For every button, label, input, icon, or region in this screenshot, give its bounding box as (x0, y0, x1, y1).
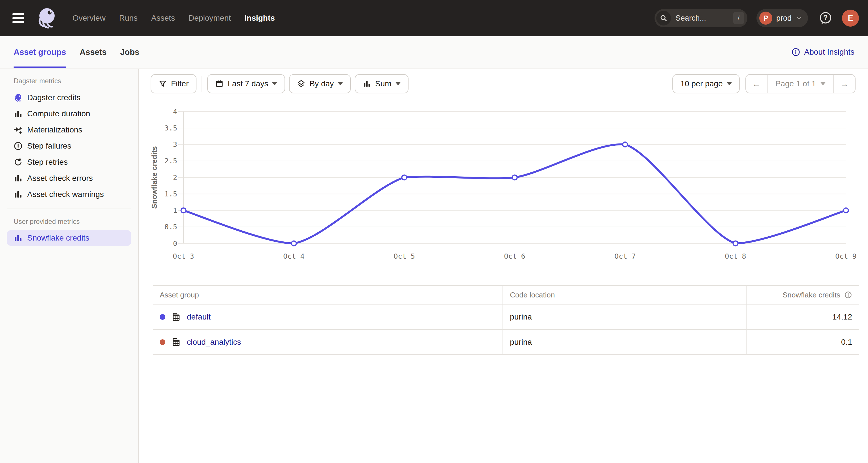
code-location-cell: purina (503, 304, 747, 329)
per-page-dropdown[interactable]: 10 per page (672, 74, 740, 93)
asset-group-cell: cloud_analytics (153, 330, 503, 354)
main-content: Filter Last 7 days By day (139, 69, 868, 463)
svg-text:4: 4 (173, 107, 177, 116)
table-row-default: defaultpurina14.12 (153, 304, 859, 330)
sidebar-item-label: Step failures (27, 141, 71, 151)
svg-text:2: 2 (173, 173, 177, 182)
menu-button[interactable] (12, 12, 26, 24)
sidebar-item-label: Asset check warnings (27, 190, 104, 199)
tab-jobs[interactable]: Jobs (120, 36, 139, 68)
pagination: ← Page 1 of 1 → (745, 74, 856, 93)
arrow-right-icon: → (840, 79, 849, 89)
alert-circle-icon (13, 141, 23, 151)
sidebar-divider (7, 208, 131, 209)
sidebar: Dagster metricsDagster creditsCompute du… (0, 69, 139, 463)
tab-asset-groups[interactable]: Asset groups (13, 36, 66, 68)
main-nav: Overview Runs Assets Deployment Insights (72, 13, 275, 23)
svg-text:Oct 5: Oct 5 (394, 252, 415, 260)
svg-text:0: 0 (173, 239, 177, 247)
granularity-label: By day (309, 79, 334, 88)
time-range-dropdown[interactable]: Last 7 days (207, 74, 285, 93)
svg-text:Oct 3: Oct 3 (173, 252, 194, 260)
sidebar-item-step-failures[interactable]: Step failures (0, 138, 138, 154)
bar-chart-icon (13, 190, 23, 199)
svg-text:Oct 6: Oct 6 (504, 252, 525, 260)
series-color-dot (160, 314, 165, 320)
sidebar-item-snowflake-credits[interactable]: Snowflake credits (7, 230, 131, 246)
nav-item-assets[interactable]: Assets (151, 13, 175, 23)
filter-label: Filter (171, 79, 189, 88)
svg-text:Oct 8: Oct 8 (725, 252, 746, 260)
credits-value-cell: 14.12 (747, 304, 859, 329)
tabs: Asset groups Assets Jobs (13, 36, 139, 68)
info-icon[interactable] (844, 291, 852, 299)
caret-down-icon (727, 82, 732, 86)
svg-text:2.5: 2.5 (164, 157, 177, 165)
sidebar-item-asset-check-warnings[interactable]: Asset check warnings (0, 186, 138, 202)
metrics-line-chart: 00.511.522.533.54Oct 3Oct 4Oct 5Oct 6Oct… (139, 69, 868, 274)
sidebar-item-label: Compute duration (27, 109, 90, 118)
toolbar: Filter Last 7 days By day (139, 69, 868, 93)
svg-text:1.5: 1.5 (164, 190, 177, 198)
aggregation-label: Sum (375, 79, 392, 88)
svg-text:?: ? (823, 13, 828, 22)
sidebar-item-materializations[interactable]: Materializations (0, 122, 138, 138)
about-insights-link[interactable]: About Insights (791, 47, 855, 57)
tabs-bar: Asset groups Assets Jobs About Insights (0, 36, 868, 68)
nav-item-runs[interactable]: Runs (119, 13, 137, 23)
filter-button[interactable]: Filter (151, 74, 196, 93)
table-row-cloud_analytics: cloud_analyticspurina0.1 (153, 330, 859, 355)
refresh-icon (13, 158, 23, 167)
sidebar-item-label: Dagster credits (27, 93, 81, 102)
search-icon (656, 11, 671, 26)
app: Overview Runs Assets Deployment Insights… (0, 0, 868, 463)
sparkles-icon (13, 125, 23, 134)
page-indicator-dropdown[interactable]: Page 1 of 1 (767, 75, 834, 93)
bar-chart-icon (13, 174, 23, 183)
deployment-name: prod (776, 14, 792, 23)
code-location-cell: purina (503, 330, 747, 354)
search-input[interactable]: Search... / (655, 9, 747, 27)
sidebar-item-label: Asset check errors (27, 174, 93, 183)
column-header-asset-group: Asset group (153, 286, 503, 304)
prev-page-button[interactable]: ← (746, 75, 767, 93)
sidebar-item-asset-check-errors[interactable]: Asset check errors (0, 170, 138, 186)
sidebar-item-compute-duration[interactable]: Compute duration (0, 105, 138, 122)
next-page-button[interactable]: → (834, 75, 855, 93)
about-insights-label: About Insights (804, 47, 855, 57)
granularity-dropdown[interactable]: By day (289, 74, 351, 93)
page-indicator-label: Page 1 of 1 (775, 79, 816, 88)
dagster-logo-icon (13, 93, 23, 102)
time-range-label: Last 7 days (228, 79, 268, 88)
help-button[interactable]: ? (818, 11, 833, 26)
asset-group-link[interactable]: cloud_analytics (187, 338, 241, 347)
nav-item-deployment[interactable]: Deployment (189, 13, 231, 23)
sidebar-item-dagster-credits[interactable]: Dagster credits (0, 90, 138, 105)
svg-text:Oct 9: Oct 9 (835, 252, 857, 260)
column-header-code-location: Code location (503, 286, 747, 304)
sidebar-item-label: Snowflake credits (27, 233, 89, 242)
dagster-logo-icon (34, 5, 59, 31)
svg-text:3.5: 3.5 (164, 124, 177, 132)
user-avatar[interactable]: E (842, 10, 859, 27)
nav-item-overview[interactable]: Overview (72, 13, 105, 23)
sidebar-item-step-retries[interactable]: Step retries (0, 154, 138, 170)
series-color-dot (160, 339, 165, 345)
asset-group-icon (172, 338, 181, 347)
deployment-switcher[interactable]: P prod (756, 9, 808, 27)
top-nav: Overview Runs Assets Deployment Insights… (0, 0, 868, 36)
bar-chart-icon (13, 109, 23, 118)
nav-item-insights[interactable]: Insights (245, 13, 275, 23)
svg-text:Oct 7: Oct 7 (614, 252, 636, 260)
aggregation-dropdown[interactable]: Sum (355, 74, 408, 93)
caret-down-icon (396, 82, 401, 86)
info-icon (791, 47, 800, 57)
caret-down-icon (820, 82, 826, 86)
deployment-avatar: P (759, 11, 772, 25)
filter-icon (159, 79, 167, 88)
tab-assets[interactable]: Assets (80, 36, 106, 68)
caret-down-icon (338, 82, 343, 86)
sidebar-item-label: Materializations (27, 125, 82, 134)
toolbar-divider (202, 76, 202, 92)
asset-group-link[interactable]: default (187, 312, 211, 322)
